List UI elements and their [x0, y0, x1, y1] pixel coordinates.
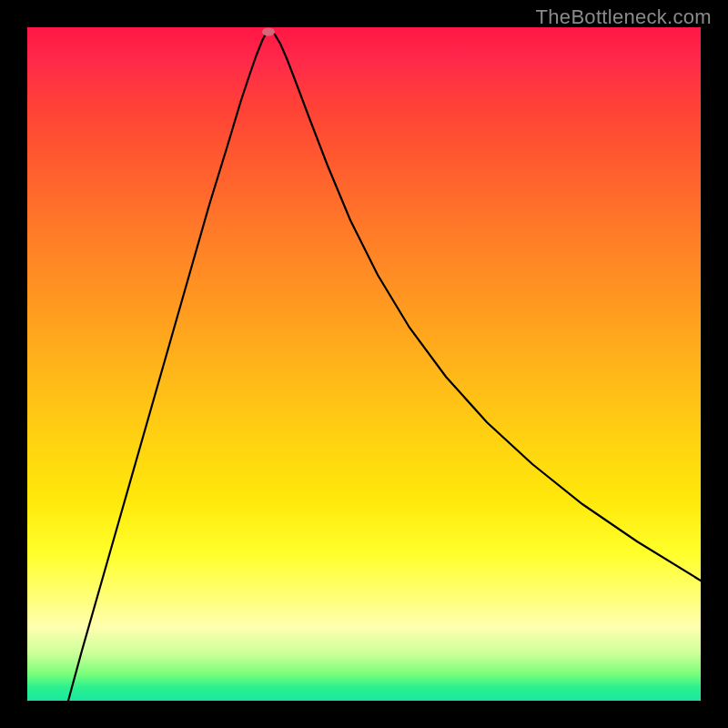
- watermark-text: TheBottleneck.com: [536, 5, 712, 29]
- minimum-marker: [262, 28, 275, 36]
- gradient-plot-area: [27, 27, 701, 701]
